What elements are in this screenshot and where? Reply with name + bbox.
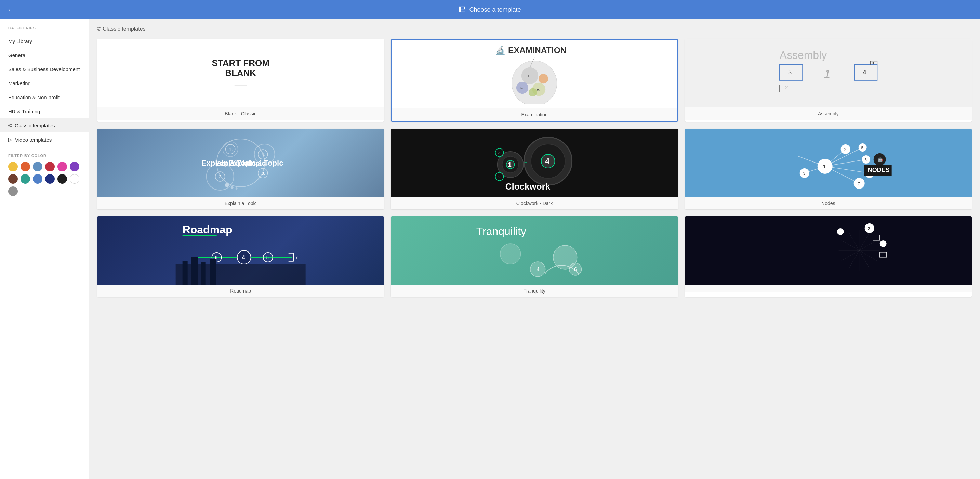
svg-text:4: 4 xyxy=(546,157,550,165)
svg-text:Roadmap: Roadmap xyxy=(183,224,232,236)
swatch-dark-blue[interactable] xyxy=(45,174,55,184)
svg-text:Explain a Topic: Explain a Topic xyxy=(216,160,265,167)
swatch-pink[interactable] xyxy=(57,162,67,171)
template-nodes[interactable]: 1 2 5 6 4 7 3 xyxy=(685,129,972,209)
svg-text:7: 7 xyxy=(858,182,860,186)
svg-point-5 xyxy=(539,74,548,83)
svg-text:Tranquility: Tranquility xyxy=(476,225,526,238)
svg-text:4: 4 xyxy=(863,69,866,76)
filter-label: FILTER BY COLOR xyxy=(0,147,89,162)
swatch-purple[interactable] xyxy=(70,162,80,171)
back-button[interactable]: ← xyxy=(7,5,14,14)
swatch-white[interactable] xyxy=(70,174,80,184)
header-title-text: Choose a template xyxy=(469,6,521,13)
section-title: © Classic templates xyxy=(97,26,972,32)
svg-text:1: 1 xyxy=(839,230,841,234)
svg-text:1: 1 xyxy=(528,74,530,78)
svg-text:2: 2 xyxy=(785,85,788,90)
template-examination[interactable]: 🔬 EXAMINATION 1 5. 9. xyxy=(391,39,678,122)
sidebar: CATEGORIES My Library General Sales & Bu… xyxy=(0,19,89,479)
template-blank[interactable]: START FROMBLANK —— Blank - Classic xyxy=(97,39,384,122)
marketing-label: Marketing xyxy=(8,80,31,86)
template-roadmap[interactable]: Roadmap 7 6 4 xyxy=(97,216,384,297)
svg-rect-125 xyxy=(873,235,880,240)
svg-text:4: 4 xyxy=(536,267,539,272)
template-dark3[interactable]: 3 1 1 xyxy=(685,216,972,297)
thumbnail-dark3: 3 1 1 xyxy=(685,216,972,285)
templates-grid: START FROMBLANK —— Blank - Classic 🔬 EXA… xyxy=(97,39,972,297)
svg-text:2: 2 xyxy=(498,175,500,179)
svg-point-106 xyxy=(500,244,521,264)
svg-text:Assembly: Assembly xyxy=(780,49,827,61)
svg-line-111 xyxy=(849,251,859,268)
sidebar-item-classic[interactable]: © Classic templates xyxy=(0,118,89,133)
sidebar-item-hr[interactable]: HR & Training xyxy=(0,104,89,118)
label-explain: Explain a Topic xyxy=(97,197,384,209)
svg-point-2 xyxy=(522,67,538,84)
svg-text:3: 3 xyxy=(498,151,500,155)
svg-text:1: 1 xyxy=(508,161,512,168)
video-label: Video templates xyxy=(15,137,52,143)
label-tranquility: Tranquility xyxy=(391,285,678,297)
swatch-cornflower[interactable] xyxy=(33,174,42,184)
swatch-gray[interactable] xyxy=(8,187,18,196)
thumbnail-clockwork: 4 1 → 2 3 Clockwork xyxy=(391,129,678,197)
svg-text:7: 7 xyxy=(296,255,298,260)
sales-label: Sales & Business Development xyxy=(8,66,80,72)
svg-rect-96 xyxy=(183,261,188,285)
hr-label: HR & Training xyxy=(8,109,40,114)
svg-text:1.: 1. xyxy=(229,147,233,152)
main-layout: CATEGORIES My Library General Sales & Bu… xyxy=(0,19,980,479)
svg-text:3: 3 xyxy=(788,69,792,76)
sidebar-item-education[interactable]: Education & Non-profit xyxy=(0,90,89,104)
blank-title: START FROMBLANK xyxy=(212,58,269,78)
sidebar-item-video[interactable]: ▷ Video templates xyxy=(0,133,89,147)
svg-text:6: 6 xyxy=(864,158,867,162)
prezi-icon: 🎞 xyxy=(459,6,466,14)
svg-text:5: 5 xyxy=(871,60,873,65)
thumbnail-examination: 🔬 EXAMINATION 1 5. 9. xyxy=(392,40,677,109)
template-clockwork[interactable]: 4 1 → 2 3 Clockwork xyxy=(391,129,678,209)
swatch-red[interactable] xyxy=(45,162,55,171)
sidebar-item-sales[interactable]: Sales & Business Development xyxy=(0,62,89,76)
label-nodes: Nodes xyxy=(685,197,972,209)
label-dark3 xyxy=(685,285,972,292)
svg-line-108 xyxy=(859,251,877,261)
svg-point-42 xyxy=(235,187,238,190)
svg-text:3: 3 xyxy=(803,171,805,176)
svg-text:4: 4 xyxy=(242,255,245,260)
categories-label: CATEGORIES xyxy=(0,26,89,34)
svg-line-109 xyxy=(859,251,869,268)
svg-text:1: 1 xyxy=(823,164,826,169)
svg-text:5: 5 xyxy=(266,255,269,260)
svg-point-40 xyxy=(225,183,229,187)
swatch-brown[interactable] xyxy=(8,174,18,184)
svg-text:4.: 4. xyxy=(262,152,265,157)
sidebar-item-general[interactable]: General xyxy=(0,48,89,62)
thumbnail-assembly: Assembly 3 4 1 5 2 xyxy=(685,39,972,107)
svg-line-115 xyxy=(849,233,859,251)
education-label: Education & Non-profit xyxy=(8,94,60,100)
swatch-teal[interactable] xyxy=(21,174,30,184)
swatch-yellow[interactable] xyxy=(8,162,18,171)
svg-text:2.: 2. xyxy=(219,174,223,179)
svg-rect-99 xyxy=(210,259,216,285)
template-explain[interactable]: Explain a Topic Explain a Topic 1. 2. 3.… xyxy=(97,129,384,209)
template-tranquility[interactable]: Tranquility 4 6 Tranquility xyxy=(391,216,678,297)
swatch-orange[interactable] xyxy=(21,162,30,171)
svg-text:2: 2 xyxy=(844,147,846,152)
sidebar-item-my-library[interactable]: My Library xyxy=(0,34,89,48)
svg-text:🤖: 🤖 xyxy=(877,157,883,163)
svg-text:1: 1 xyxy=(881,242,884,246)
svg-text:9.: 9. xyxy=(537,88,539,91)
sidebar-item-marketing[interactable]: Marketing xyxy=(0,76,89,90)
svg-rect-126 xyxy=(880,252,886,257)
swatch-light-blue[interactable] xyxy=(33,162,42,171)
svg-text:5.: 5. xyxy=(521,86,523,89)
thumbnail-explain: Explain a Topic Explain a Topic 1. 2. 3.… xyxy=(97,129,384,197)
swatch-black[interactable] xyxy=(57,174,67,184)
template-assembly[interactable]: Assembly 3 4 1 5 2 xyxy=(685,39,972,122)
svg-point-41 xyxy=(231,186,234,189)
video-prefix: ▷ xyxy=(8,137,12,143)
svg-line-112 xyxy=(841,251,859,261)
